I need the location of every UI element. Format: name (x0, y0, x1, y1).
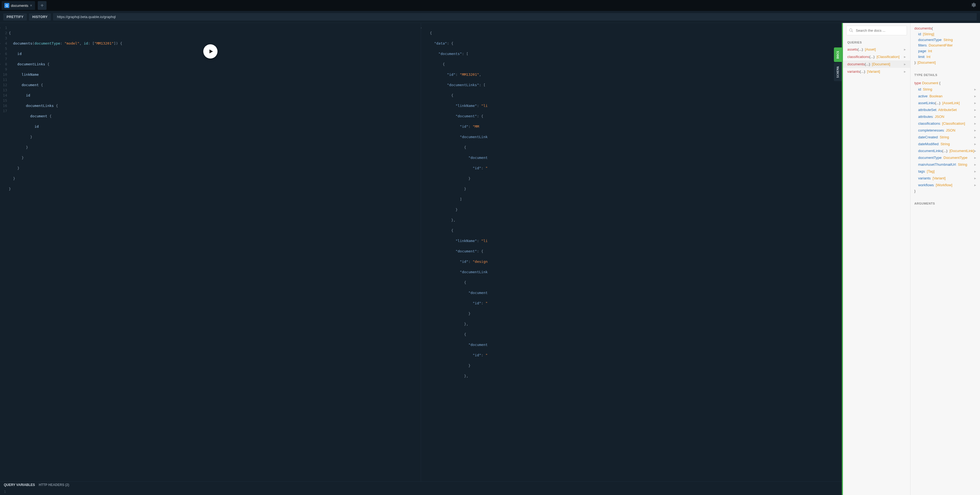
new-tab-button[interactable]: + (38, 1, 46, 10)
query-variables-tab[interactable]: QUERY VARIABLES (4, 483, 35, 487)
chevron-right-icon: ▶ (904, 56, 906, 58)
chevron-right-icon: ▶ (974, 122, 976, 125)
editor-wrap: 1▼ 23 4▼ 5 6▼ 7 8▼ 91011121314151617 { d… (0, 23, 842, 495)
docs-tab[interactable]: DOCS (834, 48, 842, 62)
prettify-button[interactable]: PRETTIFY (3, 13, 27, 21)
type-field-mainAssetThumbnailUrl[interactable]: mainAssetThumbnailUrl: String▶ (914, 161, 976, 168)
chevron-right-icon: ▶ (974, 177, 976, 180)
gutter: 1▼ 23 4▼ 5 6▼ 7 8▼ 91011121314151617 (0, 25, 9, 212)
type-definition: type Document { (914, 80, 976, 86)
side-tabs: DOCS SCHEMA (834, 48, 842, 81)
type-field-active[interactable]: active: Boolean▶ (914, 93, 976, 100)
chevron-right-icon: ▶ (974, 129, 976, 132)
http-headers-tab[interactable]: HTTP HEADERS (2) (39, 483, 69, 487)
docs-details-column: documents( id: [String]documentType: Str… (910, 23, 980, 495)
query-item-assets[interactable]: assets(...): [Asset]▶ (843, 46, 910, 53)
svg-line-1 (852, 31, 853, 32)
chevron-right-icon: ▶ (974, 156, 976, 159)
type-field-variants[interactable]: variants: [Variant]▶ (914, 175, 976, 182)
chevron-right-icon: ▶ (904, 70, 906, 73)
type-field-assetLinks[interactable]: assetLinks(...): [AssetLink]▶ (914, 100, 976, 106)
chevron-right-icon: ▶ (904, 48, 906, 51)
type-field-id[interactable]: id: String▶ (914, 86, 976, 93)
svg-point-0 (850, 29, 852, 31)
type-field-documentLinks[interactable]: documentLinks(...): [DocumentLink]▶ (914, 148, 976, 154)
tab-title: documents (11, 3, 29, 8)
tab-documents[interactable]: Q documents × (2, 1, 35, 10)
docs-queries-column: QUERIES assets(...): [Asset]▶classificat… (843, 23, 910, 495)
endpoint-input[interactable] (53, 13, 977, 21)
query-item-documents[interactable]: documents(...): [Document]▶ (843, 60, 910, 68)
variables-editor[interactable]: 1 (0, 488, 842, 495)
quable-badge-icon: Q (5, 3, 9, 8)
chevron-right-icon: ▶ (974, 149, 976, 152)
chevron-right-icon: ▶ (974, 184, 976, 187)
type-field-completenesses[interactable]: completenesses: JSON▶ (914, 127, 976, 134)
query-item-classifications[interactable]: classifications(...): [Classification]▶ (843, 53, 910, 60)
editor-split: 1▼ 23 4▼ 5 6▼ 7 8▼ 91011121314151617 { d… (0, 23, 842, 481)
search-icon (849, 28, 853, 33)
type-field-tags[interactable]: tags: [Tag]▶ (914, 168, 976, 175)
chevron-right-icon: ▶ (974, 102, 976, 105)
query-item-variants[interactable]: variants(...): [Variant]▶ (843, 68, 910, 75)
chevron-right-icon: ▶ (974, 170, 976, 173)
execute-button[interactable] (203, 44, 218, 59)
chevron-right-icon: ▶ (974, 109, 976, 111)
queries-section-title: QUERIES (843, 38, 910, 46)
bottom-tabs: QUERY VARIABLES HTTP HEADERS (2) (0, 481, 842, 488)
toolbar: PRETTIFY HISTORY (0, 11, 980, 23)
query-signature: documents( id: [String]documentType: Str… (914, 26, 976, 66)
queries-list: assets(...): [Asset]▶classifications(...… (843, 46, 910, 75)
chevron-right-icon: ▶ (974, 88, 976, 91)
chevron-right-icon: ▶ (974, 143, 976, 146)
type-field-dateCreated[interactable]: dateCreated: String▶ (914, 134, 976, 141)
result-viewer[interactable]: DOCS SCHEMA ▼ ▼ ▼ ▼ ▼ ▼ ▼ (421, 23, 842, 481)
chevron-right-icon: ▶ (974, 136, 976, 139)
docs-panel: QUERIES assets(...): [Asset]▶classificat… (842, 23, 980, 495)
result-lines: { "data": { "documents": [ { "id": "MM13… (430, 25, 842, 389)
chevron-right-icon: ▶ (974, 95, 976, 98)
type-field-documentType[interactable]: documentType: DocumentType▶ (914, 154, 976, 161)
close-tab-icon[interactable]: × (30, 3, 32, 8)
fold-icon[interactable]: ▼ (421, 26, 421, 31)
chevron-right-icon: ▶ (904, 63, 906, 66)
arguments-title: ARGUMENTS (914, 199, 976, 207)
type-field-classifications[interactable]: classifications: [Classification]▶ (914, 120, 976, 127)
tab-bar: Q documents × + (0, 0, 980, 11)
history-button[interactable]: HISTORY (29, 13, 51, 21)
query-editor[interactable]: 1▼ 23 4▼ 5 6▼ 7 8▼ 91011121314151617 { d… (0, 23, 421, 481)
type-field-attributes[interactable]: attributes: JSON▶ (914, 113, 976, 120)
main-content: 1▼ 23 4▼ 5 6▼ 7 8▼ 91011121314151617 { d… (0, 23, 980, 495)
docs-search-input[interactable] (846, 26, 907, 35)
gear-icon[interactable] (971, 2, 976, 9)
type-field-workflows[interactable]: workflows: [Workflow]▶ (914, 182, 976, 189)
chevron-right-icon: ▶ (974, 116, 976, 118)
type-field-dateModified[interactable]: dateModified: String▶ (914, 141, 976, 148)
type-details-title: TYPE DETAILS (914, 71, 976, 78)
type-field-attributeSet[interactable]: attributeSet: AttributeSet▶ (914, 106, 976, 113)
chevron-right-icon: ▶ (974, 163, 976, 166)
schema-tab[interactable]: SCHEMA (834, 63, 842, 81)
result-gutter: ▼ ▼ ▼ ▼ ▼ ▼ ▼ ▼ ▼ ▼ (421, 25, 430, 389)
var-line-number: 1 (4, 490, 6, 493)
